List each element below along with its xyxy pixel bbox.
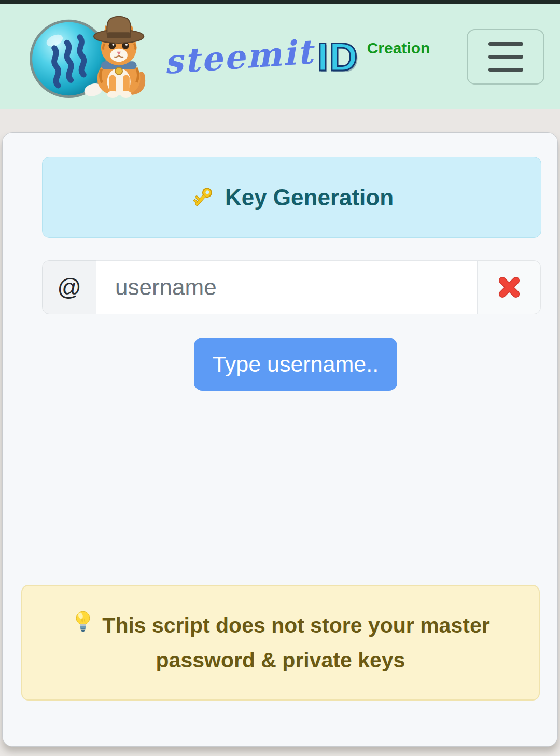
username-input[interactable] bbox=[96, 260, 478, 314]
main-card: Key Generation @ Type username.. bbox=[2, 132, 558, 747]
brand-id-text: ID bbox=[317, 34, 359, 79]
notice-content: This script does not store your master p… bbox=[46, 608, 515, 678]
type-username-button[interactable]: Type username.. bbox=[194, 338, 397, 391]
app-header: steemit ID Creation bbox=[0, 4, 560, 109]
at-prefix: @ bbox=[42, 260, 96, 314]
steemit-cat-cowboy-logo-icon bbox=[18, 12, 171, 101]
panel-title: Key Generation bbox=[225, 185, 394, 211]
steemit-logo bbox=[18, 12, 171, 103]
notice-text: This script does not store your master p… bbox=[102, 613, 489, 672]
light-bulb-icon bbox=[71, 609, 95, 637]
notice-box: This script does not store your master p… bbox=[21, 585, 540, 701]
status-bar bbox=[0, 0, 560, 4]
hamburger-icon bbox=[488, 42, 523, 46]
brand-suffix-text: Creation bbox=[367, 39, 430, 57]
brand-script-text: steemit bbox=[163, 32, 315, 81]
menu-button[interactable] bbox=[467, 29, 544, 85]
brand-title: steemit ID Creation bbox=[164, 34, 430, 79]
red-cross-icon bbox=[494, 272, 524, 302]
username-input-group: @ bbox=[42, 260, 541, 314]
clear-username-button[interactable] bbox=[478, 260, 541, 314]
key-icon bbox=[190, 185, 216, 211]
key-generation-panel: Key Generation bbox=[42, 157, 541, 238]
